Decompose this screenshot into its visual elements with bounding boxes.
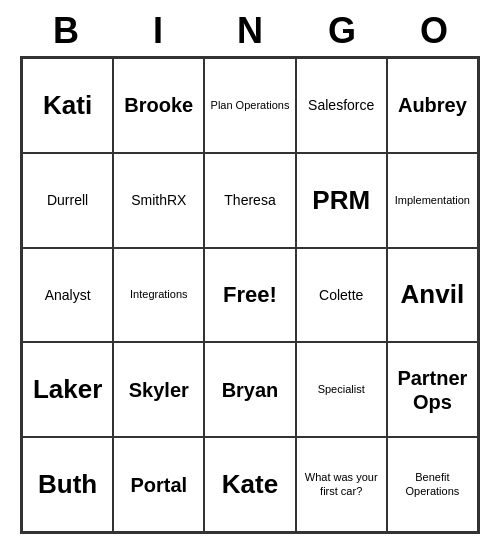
title-b: B	[26, 10, 106, 52]
cell-r1-c3: PRM	[296, 153, 387, 248]
cell-r0-c1: Brooke	[113, 58, 204, 153]
cell-r1-c0: Durrell	[22, 153, 113, 248]
title-o: O	[394, 10, 474, 52]
cell-r0-c0: Kati	[22, 58, 113, 153]
title-n: N	[210, 10, 290, 52]
cell-r2-c0: Analyst	[22, 248, 113, 343]
cell-r0-c3: Salesforce	[296, 58, 387, 153]
cell-r3-c4: Partner Ops	[387, 342, 478, 437]
cell-r2-c2: Free!	[204, 248, 295, 343]
cell-r0-c4: Aubrey	[387, 58, 478, 153]
cell-r3-c0: Laker	[22, 342, 113, 437]
title-i: I	[118, 10, 198, 52]
cell-r4-c4: Benefit Operations	[387, 437, 478, 532]
cell-r2-c3: Colette	[296, 248, 387, 343]
cell-r3-c3: Specialist	[296, 342, 387, 437]
cell-r4-c3: What was your first car?	[296, 437, 387, 532]
cell-r1-c4: Implementation	[387, 153, 478, 248]
bingo-grid: KatiBrookePlan OperationsSalesforceAubre…	[20, 56, 480, 534]
cell-r3-c1: Skyler	[113, 342, 204, 437]
cell-r1-c2: Theresa	[204, 153, 295, 248]
cell-r0-c2: Plan Operations	[204, 58, 295, 153]
cell-r1-c1: SmithRX	[113, 153, 204, 248]
cell-r4-c0: Buth	[22, 437, 113, 532]
cell-r2-c1: Integrations	[113, 248, 204, 343]
cell-r3-c2: Bryan	[204, 342, 295, 437]
bingo-title: B I N G O	[20, 10, 480, 52]
cell-r4-c2: Kate	[204, 437, 295, 532]
cell-r2-c4: Anvil	[387, 248, 478, 343]
cell-r4-c1: Portal	[113, 437, 204, 532]
title-g: G	[302, 10, 382, 52]
